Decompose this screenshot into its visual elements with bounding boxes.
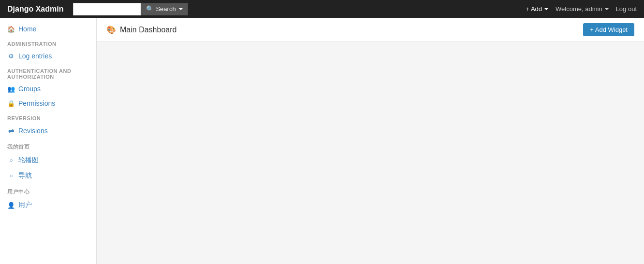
lock-icon: 🔒 [7,100,15,107]
search-input[interactable] [73,3,141,15]
sidebar-section-reversion: REVERSION [0,111,96,123]
navbar: Django Xadmin 🔍 Search + Add Welcome, ad… [0,0,644,18]
dashboard-body [97,42,644,264]
logout-button[interactable]: Log out [616,5,637,13]
sidebar-item-log-entries[interactable]: ⚙ Log entries [0,49,96,63]
sidebar-item-carousel[interactable]: ○ 轮播图 [0,153,96,168]
sidebar-section-administration: ADMINISTRATION [0,36,96,49]
sidebar-item-groups[interactable]: 👥 Groups [0,82,96,96]
home-icon: 🏠 [7,26,15,33]
user-icon: 👤 [7,202,15,209]
brand: Django Xadmin [7,5,63,14]
sidebar-item-nav[interactable]: ○ 导航 [0,168,96,183]
gear-icon: ⚙ [7,53,15,60]
welcome-caret-icon [605,8,609,10]
search-icon: 🔍 [146,5,154,13]
search-box: 🔍 Search [73,3,188,15]
sidebar-section-auth: AUTHENTICATION AND AUTHORIZATION [0,63,96,82]
layout: 🏠 Home ADMINISTRATION ⚙ Log entries AUTH… [0,18,644,264]
main-content: 🎨 Main Dashboard + Add Widget [97,18,644,264]
dashboard-title: 🎨 Main Dashboard [106,25,176,34]
sidebar: 🏠 Home ADMINISTRATION ⚙ Log entries AUTH… [0,18,97,264]
sidebar-item-user[interactable]: 👤 用户 [0,197,96,213]
circle-icon-2: ○ [7,173,15,179]
add-widget-button[interactable]: + Add Widget [583,23,634,36]
dashboard-icon: 🎨 [106,25,116,34]
sidebar-item-permissions[interactable]: 🔒 Permissions [0,96,96,111]
revisions-icon: ⇌ [7,126,15,135]
welcome-menu[interactable]: Welcome, admin [556,5,609,13]
dashboard-header: 🎨 Main Dashboard + Add Widget [97,18,644,42]
add-button[interactable]: + Add [526,5,548,13]
groups-icon: 👥 [7,85,15,93]
add-caret-icon [544,8,548,10]
sidebar-item-home[interactable]: 🏠 Home [0,22,96,36]
sidebar-section-usercenter: 用户中心 [0,183,96,197]
navbar-right: + Add Welcome, admin Log out [526,5,637,13]
sidebar-section-mypage: 我的首页 [0,139,96,153]
sidebar-item-revisions[interactable]: ⇌ Revisions [0,123,96,139]
circle-icon-1: ○ [7,157,15,163]
search-caret-icon [179,8,183,10]
search-button[interactable]: 🔍 Search [141,3,188,15]
